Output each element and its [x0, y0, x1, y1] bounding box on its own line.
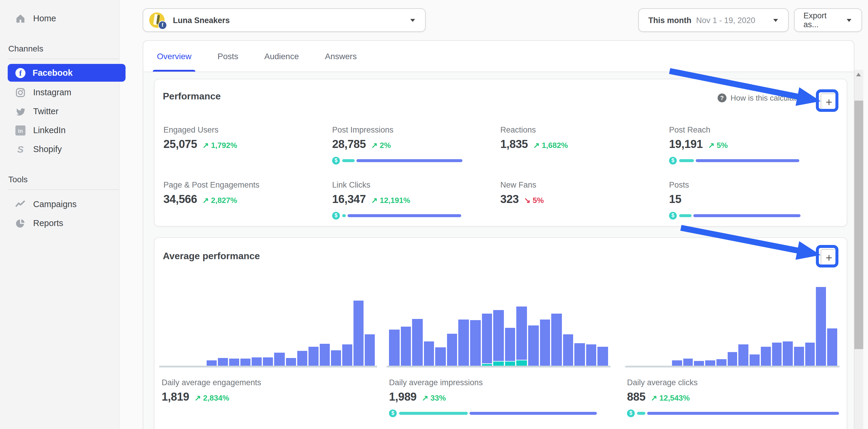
- metric-value: 34,566: [163, 193, 197, 206]
- metric-label: Engaged Users: [163, 126, 329, 134]
- average-performance-card: Average performance + Daily average enga…: [154, 237, 847, 429]
- paid-dollar-icon: $: [669, 157, 677, 165]
- metric-post-impressions: Post Impressions 28,785↗ 2% $: [332, 126, 498, 134]
- metric-value: 1,819: [162, 391, 189, 403]
- date-range-label: Nov 1 - 19, 2020: [696, 16, 755, 25]
- metric-delta: ↗ 12,543%: [651, 394, 690, 402]
- metric-label: Posts: [669, 180, 835, 189]
- metric-engaged-users: Engaged Users 25,075↗ 1,792% $: [163, 126, 329, 134]
- metric-label: New Fans: [500, 180, 666, 189]
- metric-value: 19,191: [669, 138, 703, 151]
- metric-new-fans: New Fans 323↘ 5% $: [500, 180, 666, 189]
- impressions-bar-chart: [389, 306, 608, 366]
- performance-title: Performance: [163, 91, 221, 102]
- channels-section-header: Channels: [0, 44, 119, 53]
- sidebar-item-label: Reports: [33, 218, 63, 228]
- metric-delta: ↘ 5%: [524, 196, 544, 205]
- paid-dollar-icon: $: [669, 212, 677, 220]
- sidebar-item-label: Facebook: [33, 68, 72, 77]
- metric-link-clicks: Link Clicks 16,347↗ 12,191% $: [332, 180, 498, 189]
- metric-value: 885: [627, 391, 645, 403]
- metric-delta: ↗ 2%: [371, 141, 391, 150]
- metric-label: Page & Post Engagements: [163, 180, 329, 189]
- metric-delta: ↗ 33%: [422, 394, 446, 402]
- main-panel: Overview Posts Audience Answers Performa…: [143, 40, 855, 429]
- paid-organic-bar: $: [669, 212, 802, 220]
- help-label: How is this calculated?: [731, 94, 809, 102]
- tab-answers[interactable]: Answers: [325, 41, 357, 72]
- metric-value: 1,835: [500, 138, 528, 151]
- metric-label: Reactions: [500, 126, 666, 134]
- metric-label: Daily average engagements: [162, 378, 375, 387]
- expand-performance-button[interactable]: +: [820, 94, 837, 110]
- instagram-icon: [16, 87, 26, 97]
- chevron-down-icon: [847, 19, 851, 22]
- metric-value: 28,785: [332, 138, 366, 151]
- twitter-icon: [16, 106, 26, 116]
- home-icon: [16, 13, 26, 23]
- metric-label: Post Impressions: [332, 126, 498, 134]
- metric-label: Daily average clicks: [627, 378, 837, 387]
- help-link[interactable]: ? How is this calculated?: [718, 94, 809, 102]
- metric-value: 25,075: [163, 138, 197, 151]
- sidebar-item-instagram[interactable]: Instagram: [0, 83, 119, 102]
- chart-baseline: [386, 366, 611, 367]
- expand-average-performance-button[interactable]: +: [820, 249, 837, 266]
- paid-dollar-icon: $: [627, 409, 635, 417]
- account-selector[interactable]: f Luna Sneakers: [143, 8, 426, 32]
- facebook-badge-icon: f: [158, 21, 167, 30]
- paid-organic-bar: $: [332, 212, 465, 220]
- export-label: Export as...: [803, 11, 841, 29]
- metric-label: Daily average impressions: [389, 378, 608, 387]
- svg-text:in: in: [18, 128, 23, 134]
- linkedin-icon: in: [16, 125, 26, 135]
- tab-posts[interactable]: Posts: [218, 41, 238, 72]
- tools-section-header: Tools: [0, 174, 119, 184]
- metric-post-reach: Post Reach 19,191↗ 5% $: [669, 126, 835, 134]
- metric-label: Link Clicks: [332, 180, 498, 189]
- sidebar-item-facebook[interactable]: f Facebook: [8, 64, 126, 81]
- metric-delta: ↗ 12,191%: [371, 196, 410, 205]
- facebook-icon: f: [16, 68, 26, 78]
- account-avatar: f: [149, 12, 164, 28]
- sidebar-item-shopify[interactable]: S Shopify: [0, 140, 119, 159]
- tab-overview[interactable]: Overview: [157, 41, 191, 72]
- sidebar-item-home[interactable]: Home: [0, 9, 119, 28]
- divider: [8, 59, 119, 59]
- paid-organic-bar: $: [669, 157, 802, 165]
- metric-delta: ↗ 2,827%: [203, 196, 237, 205]
- metric-daily-average-engagements: Daily average engagements 1,819↗ 2,834% …: [162, 378, 375, 387]
- metric-label: Post Reach: [669, 126, 835, 134]
- sidebar-item-reports[interactable]: Reports: [0, 213, 119, 233]
- sidebar-item-campaigns[interactable]: Campaigns: [0, 195, 119, 213]
- vertical-scrollbar[interactable]: [855, 70, 863, 429]
- clicks-bar-chart: [628, 287, 837, 366]
- scrollbar-up-button[interactable]: [856, 73, 861, 76]
- question-icon: ?: [718, 94, 726, 102]
- paid-dollar-icon: $: [389, 409, 397, 417]
- scrollbar-thumb[interactable]: [855, 101, 863, 349]
- sidebar-item-twitter[interactable]: Twitter: [0, 102, 119, 121]
- tab-audience[interactable]: Audience: [265, 41, 299, 72]
- chevron-down-icon: [410, 19, 415, 22]
- sidebar-item-label: Campaigns: [33, 199, 77, 209]
- metric-reactions: Reactions 1,835↗ 1,682% $: [500, 126, 666, 134]
- metric-delta: ↗ 5%: [708, 141, 728, 150]
- sidebar: Home Channels f Facebook Instagram Twitt…: [0, 0, 120, 429]
- account-name: Luna Sneakers: [173, 16, 230, 25]
- reports-pie-icon: [16, 218, 26, 228]
- metric-value: 1,989: [389, 391, 416, 403]
- sidebar-item-label: Shopify: [33, 144, 62, 154]
- paid-organic-bar: $: [627, 409, 845, 417]
- paid-dollar-icon: $: [332, 212, 340, 220]
- paid-dollar-icon: $: [332, 157, 340, 165]
- chart-baseline: [625, 366, 840, 367]
- metric-delta: ↗ 1,682%: [533, 141, 568, 150]
- sidebar-item-linkedin[interactable]: in LinkedIn: [0, 121, 119, 140]
- tab-bar: Overview Posts Audience Answers: [143, 41, 854, 72]
- date-range-selector[interactable]: This month Nov 1 - 19, 2020: [638, 8, 789, 32]
- metric-value: 323: [500, 193, 519, 206]
- export-as-button[interactable]: Export as...: [794, 8, 862, 32]
- divider: [8, 189, 119, 190]
- metric-posts: Posts 15 $: [669, 180, 835, 189]
